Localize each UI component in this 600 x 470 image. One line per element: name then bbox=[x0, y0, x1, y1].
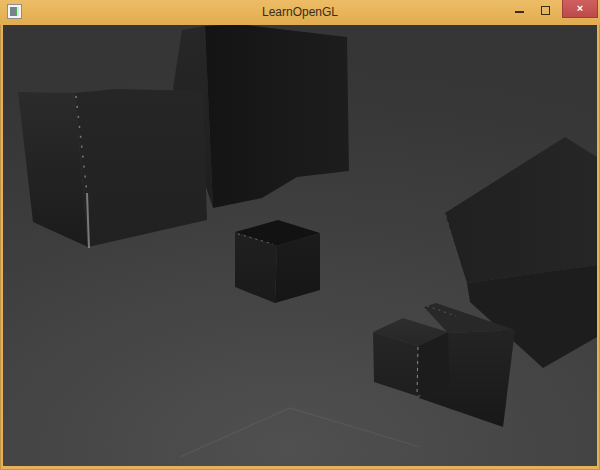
minimize-icon bbox=[515, 11, 524, 13]
minimize-button[interactable] bbox=[506, 0, 532, 18]
cube-left-large bbox=[18, 89, 207, 248]
cube-right-diamond-upper-face bbox=[445, 137, 597, 283]
app-window: LearnOpenGL × bbox=[0, 0, 600, 470]
scene-canvas[interactable] bbox=[3, 25, 597, 466]
title-bar[interactable]: LearnOpenGL × bbox=[0, 0, 600, 25]
cube-left-large-front-face bbox=[75, 89, 207, 247]
cube-back-large-front-face bbox=[205, 25, 349, 208]
window-controls: × bbox=[506, 0, 600, 25]
cube-center-small bbox=[235, 220, 320, 303]
maximize-icon bbox=[541, 6, 550, 15]
gl-viewport[interactable] bbox=[3, 25, 597, 466]
close-button[interactable]: × bbox=[562, 0, 598, 18]
maximize-button[interactable] bbox=[532, 0, 558, 18]
cube-bottom-right-front bbox=[373, 318, 449, 396]
